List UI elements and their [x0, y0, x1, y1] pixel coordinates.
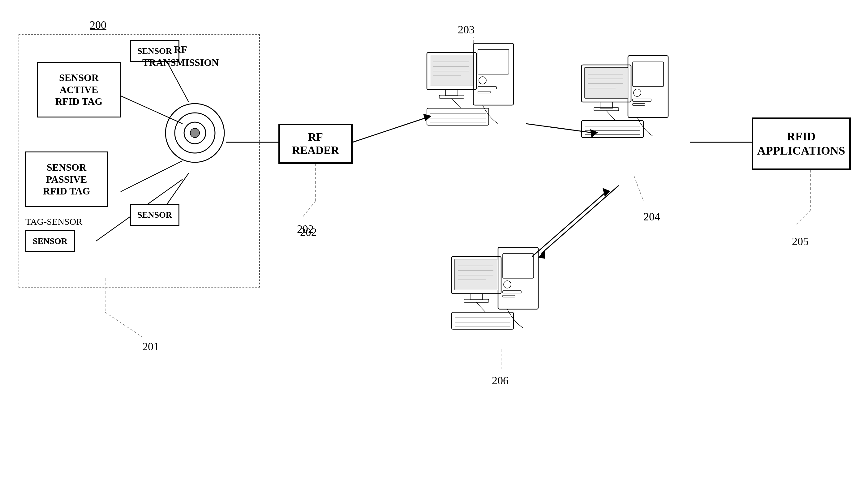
svg-rect-43	[427, 108, 489, 125]
sensor-standalone-label: SENSOR	[33, 236, 67, 247]
svg-rect-48	[632, 62, 663, 87]
svg-rect-53	[585, 67, 628, 98]
svg-rect-58	[600, 102, 613, 108]
svg-point-29	[190, 128, 199, 137]
ref-200-label: 200	[90, 19, 106, 32]
svg-line-23	[795, 210, 810, 226]
sensor-active-rfid-tag-label: SENSORACTIVERFID TAG	[55, 72, 103, 107]
ref-201-label: 201	[142, 340, 159, 353]
svg-rect-70	[455, 259, 498, 290]
svg-line-13	[541, 186, 619, 254]
svg-rect-31	[478, 50, 509, 74]
svg-rect-77	[452, 312, 514, 329]
svg-point-49	[633, 89, 641, 96]
svg-line-7	[353, 118, 427, 142]
svg-point-66	[504, 281, 511, 288]
computer-206	[445, 241, 551, 359]
ref-202-display: 202	[300, 226, 317, 239]
svg-line-25	[634, 176, 644, 201]
rf-reader-box: RFREADER	[278, 124, 353, 164]
rf-reader-label: RFREADER	[292, 130, 339, 157]
svg-line-20	[303, 201, 315, 217]
svg-rect-75	[470, 294, 483, 300]
rfid-applications-box: RFIDAPPLICATIONS	[752, 118, 851, 170]
svg-rect-65	[503, 254, 534, 278]
tag-sensor-label: TAG-SENSOR	[25, 217, 82, 227]
ref-206-label: 206	[492, 374, 508, 387]
ref-203-label: 203	[458, 23, 474, 36]
ref-205-label: 205	[792, 235, 809, 248]
rf-transmission-label: RFTRANSMISSION	[142, 43, 219, 69]
svg-rect-33	[478, 87, 496, 89]
ref-204-label: 204	[644, 210, 660, 223]
diagram: 200 SENSORACTIVERFID TAG SENSORPASSIVERF…	[0, 0, 868, 486]
sensor-bottom-box: SENSOR	[130, 204, 179, 226]
sensor-standalone-box: SENSOR	[25, 230, 75, 252]
sensor-bottom-label: SENSOR	[137, 209, 172, 220]
computer-203	[421, 37, 526, 155]
svg-rect-36	[430, 55, 473, 86]
svg-line-18	[105, 312, 142, 337]
svg-rect-50	[632, 99, 651, 101]
svg-rect-68	[503, 295, 515, 297]
svg-rect-34	[478, 91, 490, 93]
svg-rect-51	[632, 104, 645, 105]
sensor-passive-rfid-tag-box: SENSORPASSIVERFID TAG	[25, 152, 108, 207]
sensor-passive-rfid-tag-label: SENSORPASSIVERFID TAG	[43, 161, 90, 197]
svg-point-32	[479, 77, 486, 84]
svg-rect-41	[445, 90, 458, 96]
svg-rect-60	[582, 121, 644, 137]
rfid-applications-label: RFIDAPPLICATIONS	[757, 130, 845, 158]
svg-marker-16	[602, 188, 610, 197]
sensor-active-rfid-tag-box: SENSORACTIVERFID TAG	[37, 62, 121, 118]
svg-rect-67	[503, 291, 521, 293]
rf-target-symbol	[164, 102, 226, 164]
computer-204	[576, 50, 681, 167]
